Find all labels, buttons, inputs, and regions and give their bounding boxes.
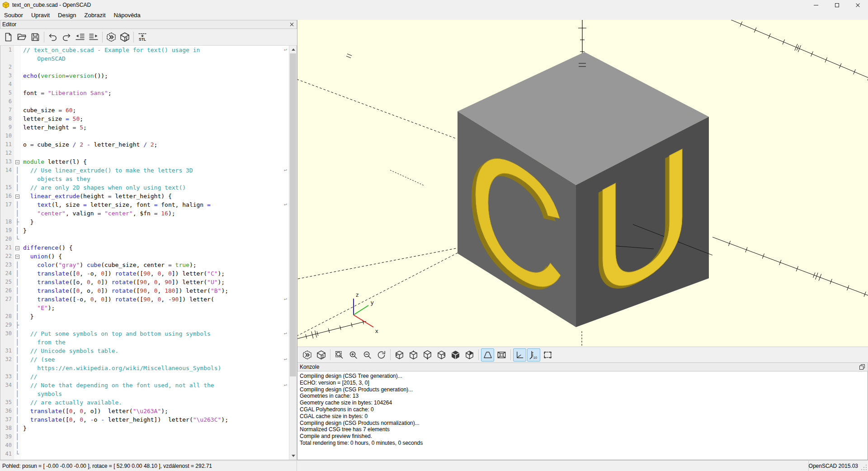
code-line[interactable]: │ "center", valign = "center", $fn = 16)…: [0, 209, 289, 218]
3d-viewport[interactable]: C C U U z: [297, 20, 868, 347]
fold-margin[interactable]: −: [14, 157, 21, 166]
code-line[interactable]: 31│ // Unicode symbols table.: [0, 347, 289, 355]
code-line[interactable]: 26│ translate([0, o, 0]) rotate([90, 0, …: [0, 286, 289, 295]
code-line[interactable]: 37│ translate([0, 0, -o - letter_height]…: [0, 415, 289, 424]
fold-margin[interactable]: −: [14, 192, 21, 200]
code-line[interactable]: │ symbols: [0, 390, 289, 398]
preview-button[interactable]: [301, 348, 314, 362]
code-line[interactable]: 36│ translate([0, 0, o]) letter("\u263A"…: [0, 407, 289, 415]
orthogonal-button[interactable]: [495, 348, 508, 362]
code-line[interactable]: 16− linear_extrude(height = letter_heigh…: [0, 192, 289, 200]
code-line[interactable]: 23│ color("gray") cube(cube_size, center…: [0, 261, 289, 269]
code-line[interactable]: 38│}: [0, 424, 289, 433]
code-editor[interactable]: 1// text_on_cube.scad - Example for text…: [0, 46, 289, 460]
zoom-in-button[interactable]: [347, 348, 360, 362]
code-line[interactable]: │ https://en.wikipedia.org/wiki/Miscella…: [0, 364, 289, 372]
menu-item-upravit[interactable]: Upravit: [27, 11, 54, 19]
zoom-all-button[interactable]: [333, 348, 346, 362]
fold-margin[interactable]: −: [14, 243, 21, 252]
resize-grip[interactable]: [861, 464, 867, 471]
scroll-down-icon[interactable]: [289, 452, 297, 460]
menu-item-npovda[interactable]: Nápověda: [110, 11, 145, 19]
view-center-button[interactable]: [463, 348, 476, 362]
code-line[interactable]: │ from the: [0, 338, 289, 347]
scroll-up-icon[interactable]: [289, 46, 297, 53]
code-line[interactable]: 7cube_size = 60;: [0, 106, 289, 114]
code-line[interactable]: 29├: [0, 321, 289, 329]
reset-view-button[interactable]: [375, 348, 388, 362]
code-line[interactable]: 12: [0, 149, 289, 157]
zoom-out-button[interactable]: [361, 348, 374, 362]
show-scale-button[interactable]: [527, 348, 540, 362]
console-restore-icon[interactable]: [859, 364, 865, 370]
code-line[interactable]: 3echo(version=version());: [0, 71, 289, 80]
console-line: Normalized CSG tree has 7 elements: [300, 426, 865, 433]
code-line[interactable]: 41└: [0, 450, 289, 458]
code-line[interactable]: │ objects as they: [0, 175, 289, 183]
code-line[interactable]: 14│ // Use linear_extrude() to make the …: [0, 166, 289, 175]
view-right-button[interactable]: [435, 348, 448, 362]
menu-item-soubor[interactable]: Soubor: [0, 11, 27, 19]
view-left-button[interactable]: [393, 348, 406, 362]
fold-margin[interactable]: −: [14, 252, 21, 261]
code-line[interactable]: 34│ // Note that depending on the font u…: [0, 381, 289, 390]
code-line[interactable]: 40│: [0, 441, 289, 450]
show-axes-button[interactable]: [513, 348, 526, 362]
menu-item-design[interactable]: Design: [54, 11, 80, 19]
code-line[interactable]: 8letter_size = 50;: [0, 114, 289, 123]
new-file-button[interactable]: [1, 30, 15, 44]
code-line[interactable]: 11o = cube_size / 2 - letter_height / 2;: [0, 140, 289, 149]
code-line[interactable]: 30│ // Put some symbols on top and botto…: [0, 329, 289, 338]
view-all-button[interactable]: [541, 348, 554, 362]
code-line[interactable]: 4: [0, 80, 289, 89]
preview-button[interactable]: [104, 30, 118, 44]
code-line[interactable]: 35│ // are actually available.: [0, 398, 289, 407]
view-top-button[interactable]: [407, 348, 420, 362]
render-button[interactable]: [118, 30, 132, 44]
code-line[interactable]: OpenSCAD: [0, 54, 289, 63]
code-text: // Use linear_extrude() to make the lett…: [21, 166, 289, 175]
code-line[interactable]: 28│ }: [0, 312, 289, 321]
code-line[interactable]: 6: [0, 97, 289, 106]
open-button[interactable]: [15, 30, 28, 44]
code-line[interactable]: 33│ //: [0, 372, 289, 381]
code-line[interactable]: 10: [0, 132, 289, 140]
view-diagonal-button[interactable]: [449, 348, 462, 362]
save-button[interactable]: [28, 30, 42, 44]
code-line[interactable]: 18├ }: [0, 218, 289, 226]
code-line[interactable]: 2: [0, 63, 289, 71]
code-line[interactable]: 9letter_height = 5;: [0, 123, 289, 132]
code-line[interactable]: 39│: [0, 433, 289, 441]
code-line[interactable]: 1// text_on_cube.scad - Example for text…: [0, 46, 289, 54]
perspective-button[interactable]: [481, 348, 494, 362]
code-line[interactable]: 25│ translate([o, 0, 0]) rotate([90, 0, …: [0, 278, 289, 286]
code-line[interactable]: 27│ translate([-o, 0, 0]) rotate([90, 0,…: [0, 295, 289, 304]
code-line[interactable]: 21−difference() {: [0, 243, 289, 252]
editor-close-icon[interactable]: [289, 22, 294, 27]
code-line[interactable]: 22− union() {: [0, 252, 289, 261]
code-line[interactable]: 32│ // (see↩: [0, 355, 289, 364]
undo-button[interactable]: [46, 30, 60, 44]
redo-button[interactable]: [60, 30, 73, 44]
code-line[interactable]: 24│ translate([0, -o, 0]) rotate([90, 0,…: [0, 269, 289, 278]
code-line[interactable]: 5font = "Liberation Sans";: [0, 89, 289, 97]
editor-scrollbar[interactable]: [289, 46, 297, 460]
minimize-button[interactable]: [806, 0, 826, 10]
code-line[interactable]: │ "E");: [0, 304, 289, 312]
code-line[interactable]: 42// Written in 2014 by Torsten Paul <To…: [0, 458, 289, 460]
menu-item-zobrazit[interactable]: Zobrazit: [80, 11, 110, 19]
close-button[interactable]: [847, 0, 868, 10]
code-line[interactable]: 17│ text(l, size = letter_size, font = f…: [0, 200, 289, 209]
code-text: translate([0, 0, o]) letter("\u263A");: [21, 407, 289, 415]
code-line[interactable]: 20└: [0, 235, 289, 243]
view-bottom-button[interactable]: [421, 348, 434, 362]
maximize-button[interactable]: [826, 0, 847, 10]
render-button[interactable]: [315, 348, 328, 362]
code-line[interactable]: 13−module letter(l) {: [0, 157, 289, 166]
code-line[interactable]: 15│ // are only 2D shapes when only usin…: [0, 183, 289, 192]
indent-button[interactable]: [87, 30, 100, 44]
code-line[interactable]: 19│}: [0, 226, 289, 235]
scrollbar-thumb[interactable]: [290, 53, 296, 376]
unindent-button[interactable]: [73, 30, 87, 44]
stl-export-button[interactable]: [136, 30, 149, 44]
